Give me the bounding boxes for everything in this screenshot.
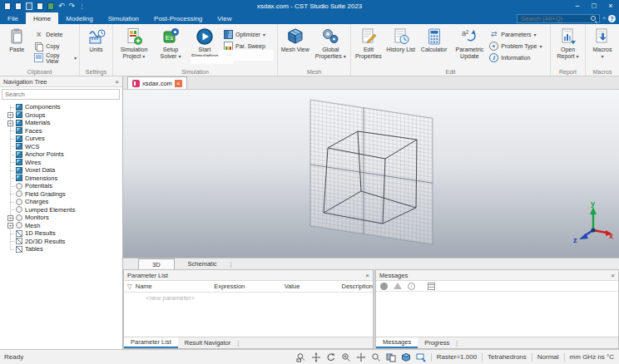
tree-item-mesh[interactable]: +Mesh — [0, 222, 122, 230]
close-icon[interactable]: × — [611, 272, 615, 279]
paste-icon[interactable] — [47, 2, 54, 10]
cube-icon — [16, 167, 22, 174]
tab-parameter-list[interactable]: Parameter List — [124, 337, 178, 348]
tab-file[interactable]: File — [0, 12, 26, 24]
copy-button[interactable]: Copy — [32, 41, 78, 52]
tree-item-2d3d-results[interactable]: 2D/3D Results — [0, 238, 122, 246]
units-button[interactable]: Units — [81, 26, 111, 67]
tab-modeling[interactable]: Modeling — [58, 12, 100, 24]
copy-icon[interactable] — [37, 2, 43, 10]
view-tab-schematic[interactable]: Schematic — [175, 258, 230, 269]
pan-icon[interactable] — [356, 352, 366, 362]
save-icon[interactable] — [26, 2, 32, 10]
paste-button[interactable]: Paste — [1, 26, 32, 67]
tree-search-input[interactable] — [2, 89, 120, 100]
tree-item-potentials[interactable]: Potentials — [0, 182, 122, 190]
new-file-icon[interactable] — [4, 2, 11, 10]
tree-item-monitors[interactable]: +Monitors — [0, 214, 122, 222]
ribbon-search[interactable] — [517, 14, 600, 23]
errors-filter-icon[interactable] — [380, 283, 388, 290]
tree-item-lumped-elements[interactable]: Lumped Elements — [0, 206, 122, 214]
undo-icon[interactable]: ↶ — [58, 2, 65, 10]
expand-icon[interactable]: + — [7, 223, 13, 229]
tab-view[interactable]: View — [210, 12, 239, 24]
tree-item-materials[interactable]: +Materials — [0, 119, 122, 127]
bounding-box-icon[interactable] — [401, 352, 411, 362]
tree-item-wcs[interactable]: WCS — [0, 143, 122, 151]
minimize-button[interactable]: − — [569, 0, 586, 12]
delete-button[interactable]: × Delete — [32, 29, 78, 40]
close-icon[interactable]: × — [365, 272, 369, 279]
message-list-icon[interactable] — [428, 283, 435, 290]
expand-icon[interactable]: + — [7, 121, 13, 126]
tree-item-1d-results[interactable]: 1D Results — [0, 229, 122, 238]
export-view-icon[interactable] — [416, 352, 426, 362]
copy-view-button[interactable]: Copy View ▾ — [32, 52, 78, 63]
column-value[interactable]: Value — [285, 283, 342, 290]
mesh-type[interactable]: Tetrahedrons — [488, 353, 527, 361]
tab-progress[interactable]: Progress — [418, 337, 456, 348]
view-tab-3d[interactable]: 3D — [138, 258, 175, 269]
view-mode[interactable]: Normal — [537, 353, 559, 361]
rotate-icon[interactable] — [326, 352, 336, 362]
expand-icon[interactable]: + — [7, 215, 13, 221]
tab-home[interactable]: Home — [26, 12, 58, 24]
column-name[interactable]: Name — [136, 283, 214, 290]
tab-post-processing[interactable]: Post-Processing — [146, 12, 210, 24]
tab-messages[interactable]: Messages — [376, 337, 418, 348]
tree-item-tables[interactable]: Tables — [0, 245, 122, 253]
parametric-update-button[interactable]: a² Parametric Update — [452, 26, 488, 67]
new-parameter-row[interactable]: <new parameter> — [124, 293, 373, 302]
redo-icon[interactable]: ↷ — [69, 2, 76, 10]
optimizer-button[interactable]: Optimizer ▾ — [222, 29, 275, 40]
open-file-icon[interactable] — [15, 2, 22, 10]
tree-item-voxel-data[interactable]: Voxel Data — [0, 166, 122, 175]
units-summary[interactable]: mm GHz ns °C — [570, 353, 614, 361]
close-button[interactable]: × — [602, 0, 619, 12]
filter-icon[interactable]: ▽ — [124, 283, 136, 290]
warnings-filter-icon[interactable] — [394, 283, 402, 289]
tree-item-wires[interactable]: Wires — [0, 159, 122, 167]
problem-type-button[interactable]: Problem Type ▾ — [488, 41, 549, 52]
setup-solver-button[interactable]: Es Setup Solver ▾ — [154, 26, 187, 67]
tree-item-field-gradings[interactable]: Field Gradings — [0, 190, 122, 199]
tree-item-charges[interactable]: Charges — [0, 198, 122, 206]
tree-item-groups[interactable]: +Groups — [0, 111, 122, 120]
tree-item-faces[interactable]: Faces — [0, 127, 122, 135]
tree-item-curves[interactable]: Curves — [0, 135, 122, 143]
tree-item-anchor-points[interactable]: Anchor Points — [0, 150, 122, 159]
close-icon[interactable]: × — [175, 80, 182, 87]
calculator-button[interactable]: Calculator — [417, 26, 452, 67]
move-icon[interactable] — [311, 352, 321, 362]
info-filter-icon[interactable]: i — [408, 283, 415, 290]
tab-simulation[interactable]: Simulation — [101, 12, 146, 24]
close-icon[interactable]: × — [115, 78, 119, 86]
open-report-button[interactable]: Open Report ▾ — [552, 26, 584, 67]
tree-item-components[interactable]: Components — [0, 103, 122, 111]
zoom-in-icon[interactable] — [341, 352, 351, 362]
collapse-ribbon-icon[interactable]: ^ — [602, 15, 606, 22]
global-properties-button[interactable]: Global Properties ▾ — [312, 26, 349, 67]
mesh-view-button[interactable]: Mesh View — [279, 26, 312, 67]
search-view-icon[interactable] — [371, 352, 381, 362]
search-input[interactable] — [517, 15, 591, 22]
simulation-project-button[interactable]: Simulation Project ▾ — [114, 26, 154, 67]
information-button[interactable]: i Information — [488, 52, 549, 63]
zoom-window-icon[interactable] — [296, 352, 306, 362]
customize-toolbar-icon[interactable]: ⋮ — [79, 2, 85, 10]
document-tab[interactable]: xsdax.com × — [127, 76, 187, 89]
coordinate-axes-widget[interactable]: y x z — [572, 199, 614, 248]
macros-button[interactable]: Macros▾ — [587, 26, 618, 67]
parameters-button[interactable]: ⇄ Parameters ▾ — [488, 29, 549, 40]
column-expression[interactable]: Expression — [214, 283, 285, 290]
split-view-icon[interactable] — [386, 352, 396, 362]
edit-properties-button[interactable]: Edit Properties — [352, 26, 385, 67]
history-list-button[interactable]: History List — [385, 26, 417, 67]
3d-viewport[interactable]: y x z — [123, 90, 619, 258]
expand-icon[interactable]: + — [7, 112, 13, 118]
tab-result-navigator[interactable]: Result Navigator — [178, 337, 237, 348]
maximize-button[interactable]: □ — [586, 0, 602, 12]
column-description[interactable]: Description — [342, 283, 374, 290]
help-icon[interactable]: ? — [608, 15, 616, 22]
tree-item-dimensions[interactable]: Dimensions — [0, 175, 122, 183]
